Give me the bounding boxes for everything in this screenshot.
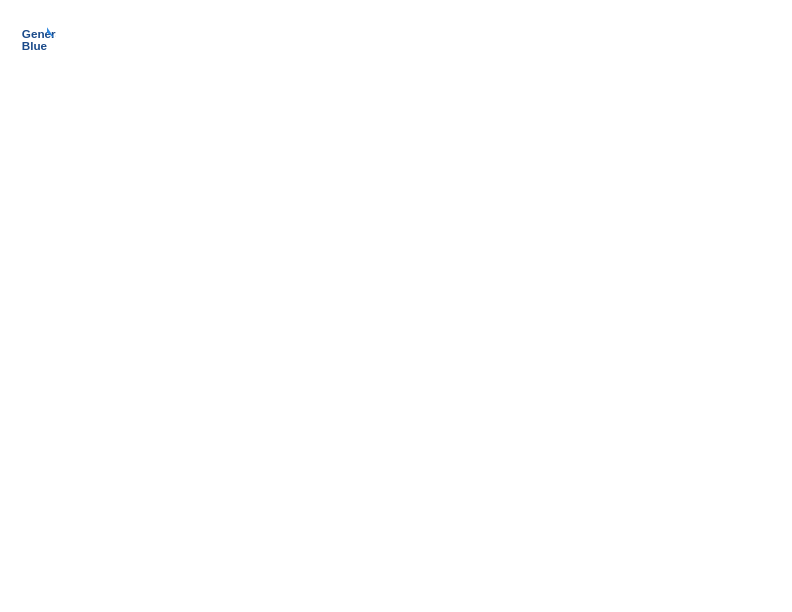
page-header: General Blue bbox=[20, 20, 772, 56]
svg-text:Blue: Blue bbox=[22, 39, 48, 52]
logo: General Blue bbox=[20, 20, 60, 56]
logo-icon: General Blue bbox=[20, 20, 56, 56]
